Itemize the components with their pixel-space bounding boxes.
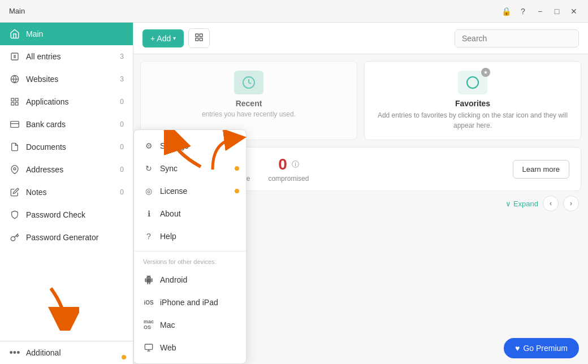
sidebar-item-documents[interactable]: Documents 0 <box>0 136 133 158</box>
sidebar-item-bank-cards[interactable]: Bank cards 0 <box>0 113 133 136</box>
sidebar-item-main[interactable]: Main <box>0 23 133 45</box>
help-circle-icon: ? <box>143 231 154 242</box>
sidebar-item-password-generator[interactable]: Password Generator <box>0 226 133 249</box>
shield-check-icon <box>9 209 20 220</box>
dropdown-divider <box>134 251 246 252</box>
mac-icon: macOS <box>143 319 154 331</box>
sidebar-main-label: Main <box>26 29 124 38</box>
search-input[interactable] <box>455 29 579 47</box>
ios-label: iPhone and iPad <box>160 298 218 307</box>
sidebar: Main All entries 3 Websites 3 Applicatio… <box>0 23 133 364</box>
license-dot <box>235 189 239 193</box>
android-label: Android <box>160 275 187 284</box>
stat-compromised: 0 ⓘ compromised <box>268 155 309 183</box>
minimize-button[interactable]: − <box>535 6 545 16</box>
applications-count: 0 <box>115 98 124 106</box>
compromised-info: 0 ⓘ <box>278 155 299 174</box>
sync-label: Sync <box>160 164 178 173</box>
sidebar-item-password-check[interactable]: Password Check <box>0 203 133 226</box>
recent-title: Recent <box>236 99 262 108</box>
license-label: License <box>160 187 187 196</box>
add-chevron-icon: ▾ <box>173 35 176 41</box>
learn-more-button[interactable]: Learn more <box>513 160 569 179</box>
help-label: Help <box>160 232 176 241</box>
note-icon <box>9 187 20 198</box>
svg-point-12 <box>14 168 16 170</box>
import-button[interactable] <box>188 28 210 48</box>
close-button[interactable]: ✕ <box>569 6 579 16</box>
sidebar-item-applications[interactable]: Applications 0 <box>0 90 133 113</box>
license-icon: ◎ <box>143 185 154 197</box>
sidebar-item-all-entries[interactable]: All entries 3 <box>0 45 133 68</box>
maximize-button[interactable]: □ <box>552 6 562 16</box>
dropdown-settings[interactable]: ⚙ Settings <box>134 135 246 157</box>
applications-label: Applications <box>26 97 115 106</box>
dropdown-android[interactable]: Android <box>134 268 246 291</box>
websites-count: 3 <box>115 75 124 83</box>
svg-rect-13 <box>196 34 198 37</box>
svg-rect-8 <box>15 102 18 105</box>
nav-prev-button[interactable]: ‹ <box>543 196 559 211</box>
nav-next-button[interactable]: › <box>563 196 579 211</box>
dropdown-sync[interactable]: ↻ Sync <box>134 157 246 180</box>
dots-icon: ••• <box>9 347 20 358</box>
toolbar: + Add ▾ <box>133 23 588 54</box>
notes-label: Notes <box>26 188 115 197</box>
svg-rect-14 <box>200 34 203 37</box>
sync-dot <box>235 166 239 171</box>
dropdown-mac[interactable]: macOS Mac <box>134 314 246 336</box>
about-label: About <box>160 209 181 218</box>
star-badge: ★ <box>481 68 490 77</box>
svg-rect-9 <box>11 102 14 105</box>
all-entries-count: 3 <box>115 53 124 60</box>
settings-label: Settings <box>160 141 189 150</box>
versions-label: Versions for other devices: <box>134 255 246 268</box>
help-icon[interactable]: ? <box>518 6 528 16</box>
svg-point-18 <box>467 77 478 88</box>
bottom-bar: ♥ Go Premium <box>495 332 588 364</box>
expand-button[interactable]: ∨ Expand <box>505 200 538 208</box>
cards-row: Recent entries you have recently used. ★… <box>133 54 588 140</box>
add-button[interactable]: + Add ▾ <box>142 29 184 47</box>
documents-count: 0 <box>115 143 124 151</box>
search-box <box>455 29 579 47</box>
sidebar-item-notes[interactable]: Notes 0 <box>0 181 133 203</box>
credit-card-icon <box>9 119 20 130</box>
add-label: + Add <box>150 34 171 43</box>
favorites-text: Add entries to favorites by clicking on … <box>374 110 572 131</box>
compromised-label: compromised <box>268 175 309 183</box>
favorites-title: Favorites <box>455 99 490 108</box>
go-premium-button[interactable]: ♥ Go Premium <box>504 338 579 358</box>
additional-label: Additional <box>26 348 124 357</box>
heart-icon: ♥ <box>515 344 520 353</box>
notes-count: 0 <box>115 188 124 196</box>
recent-card: Recent entries you have recently used. <box>140 61 357 140</box>
file-icon <box>9 141 20 153</box>
all-entries-label: All entries <box>26 52 115 61</box>
dropdown-help[interactable]: ? Help <box>134 225 246 248</box>
lock-icon[interactable]: 🔒 <box>501 6 511 16</box>
dropdown-ios[interactable]: iOS iPhone and iPad <box>134 291 246 314</box>
addresses-count: 0 <box>115 166 124 174</box>
info-icon: ⓘ <box>292 159 299 170</box>
svg-rect-19 <box>145 344 152 349</box>
sidebar-item-additional[interactable]: ••• Additional <box>0 341 133 364</box>
chevron-down-icon: ∨ <box>505 200 511 208</box>
svg-rect-16 <box>196 38 198 41</box>
svg-rect-6 <box>11 98 14 101</box>
compromised-value: 0 <box>278 155 287 174</box>
ios-icon: iOS <box>143 297 154 308</box>
bank-cards-label: Bank cards <box>26 120 115 129</box>
dropdown-about[interactable]: ℹ About <box>134 202 246 225</box>
dropdown-menu: ⚙ Settings ↻ Sync ◎ License ℹ About ? He… <box>133 129 247 364</box>
dropdown-license[interactable]: ◎ License <box>134 180 246 202</box>
sidebar-bottom: ••• Additional <box>0 341 133 364</box>
sidebar-item-websites[interactable]: Websites 3 <box>0 68 133 90</box>
sidebar-item-addresses[interactable]: Addresses 0 <box>0 158 133 181</box>
android-icon <box>143 274 154 285</box>
mac-label: Mac <box>160 320 175 330</box>
addresses-label: Addresses <box>26 165 115 174</box>
go-premium-label: Go Premium <box>523 344 568 353</box>
dropdown-web[interactable]: Web <box>134 336 246 359</box>
globe-icon <box>9 73 20 85</box>
